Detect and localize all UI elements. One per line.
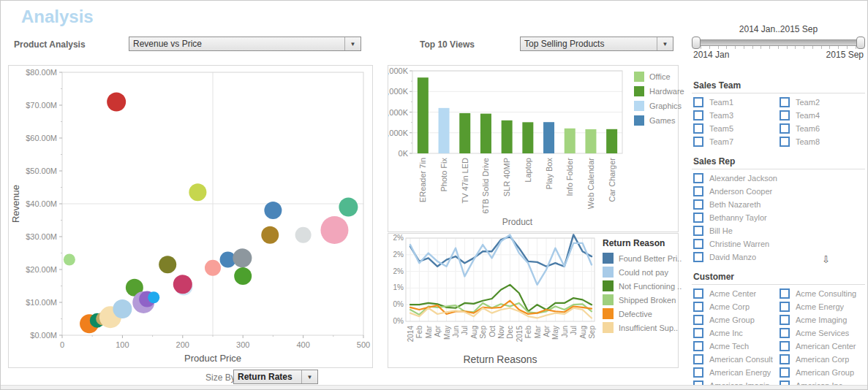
- checkbox-unchecked-icon[interactable]: [693, 123, 703, 134]
- filter-checkbox-item[interactable]: David Manzo: [693, 251, 865, 264]
- legend-item[interactable]: Defective: [603, 308, 682, 319]
- checkbox-unchecked-icon[interactable]: [780, 137, 790, 147]
- filter-checkbox-item[interactable]: Acme Energy: [780, 300, 865, 313]
- filter-checkbox-item[interactable]: American Consult: [693, 353, 780, 366]
- legend-item[interactable]: Hardware: [634, 86, 684, 96]
- svg-text:Mar: Mar: [534, 325, 542, 338]
- legend-item[interactable]: Games: [634, 115, 684, 126]
- checkbox-unchecked-icon[interactable]: [693, 226, 703, 236]
- checkbox-unchecked-icon[interactable]: [693, 186, 703, 196]
- checkbox-unchecked-icon[interactable]: [780, 367, 790, 378]
- legend-item[interactable]: Could not pay: [603, 267, 682, 278]
- checkbox-unchecked-icon[interactable]: [693, 110, 703, 121]
- svg-text:20,000K: 20,000K: [388, 129, 409, 137]
- checkbox-label: Acme Center: [709, 289, 756, 298]
- legend-item[interactable]: Graphics: [634, 101, 684, 111]
- filter-checkbox-item[interactable]: Alexander Jackson: [693, 172, 865, 185]
- legend-swatch: [634, 72, 644, 82]
- checkbox-unchecked-icon[interactable]: [693, 199, 703, 210]
- legend-label: Graphics: [649, 102, 682, 110]
- checkbox-unchecked-icon[interactable]: [780, 328, 790, 338]
- checkbox-unchecked-icon[interactable]: [780, 302, 790, 312]
- checkbox-label: Acme Imaging: [796, 316, 847, 324]
- checkbox-unchecked-icon[interactable]: [693, 315, 703, 325]
- filter-checkbox-item[interactable]: Team2: [780, 96, 865, 109]
- checkbox-unchecked-icon[interactable]: [780, 110, 790, 121]
- chevron-down-icon[interactable]: ▼: [301, 370, 317, 383]
- revenue-vs-price-scatter-chart[interactable]: $0.00M$10.00M$20.00M$30.00M$40.00M$50.00…: [9, 66, 371, 366]
- checkbox-label: American Corp: [796, 355, 849, 364]
- filter-checkbox-item[interactable]: Team4: [780, 109, 865, 122]
- top-selling-products-bar-chart[interactable]: 0K20,000K40,000K60,000K80,000KEReader 7i…: [388, 66, 630, 230]
- legend-item[interactable]: Office: [634, 72, 684, 82]
- filter-checkbox-item[interactable]: Acme Tech: [693, 340, 780, 353]
- slider-track-bar[interactable]: [693, 39, 864, 46]
- legend-item[interactable]: Not Functioning ..: [603, 280, 682, 291]
- filter-checkbox-item[interactable]: Acme Consulting: [780, 287, 865, 300]
- filter-checkbox-item[interactable]: Team6: [780, 122, 865, 135]
- filter-checkbox-item[interactable]: Christine Warren: [693, 237, 865, 251]
- filter-checkbox-item[interactable]: Acme Inc: [693, 326, 780, 340]
- filter-checkbox-item[interactable]: American Corp: [780, 353, 865, 366]
- checkbox-unchecked-icon[interactable]: [693, 252, 703, 262]
- filter-checkbox-item[interactable]: American Energy: [693, 366, 780, 379]
- checkbox-unchecked-icon[interactable]: [780, 315, 790, 325]
- checkbox-unchecked-icon[interactable]: [693, 173, 703, 183]
- filter-checkbox-item[interactable]: Team3: [693, 109, 780, 122]
- top-selling-products-bar-panel: 0K20,000K40,000K60,000K80,000KEReader 7i…: [388, 65, 679, 232]
- size-by-dropdown-value: Return Rates: [234, 372, 301, 382]
- scroll-down-arrow-icon[interactable]: ⇩: [822, 255, 830, 264]
- filter-checkbox-item[interactable]: Bill He: [693, 224, 865, 237]
- checkbox-unchecked-icon[interactable]: [780, 123, 790, 134]
- filter-checkbox-item[interactable]: Acme Center: [693, 287, 780, 300]
- checkbox-unchecked-icon[interactable]: [693, 239, 703, 249]
- checkbox-unchecked-icon[interactable]: [693, 302, 703, 312]
- time-range-slider[interactable]: 2014 Jan..2015 Sep 2014 Jan 2015 Sep: [692, 24, 865, 60]
- return-reasons-line-chart[interactable]: 0%0%1%2%2%2%2014FebMarAprMayJunJulAugSep…: [388, 234, 600, 367]
- filter-checkbox-item[interactable]: American Group: [780, 366, 865, 379]
- filter-checkbox-item[interactable]: Acme Services: [780, 326, 865, 340]
- filter-checkbox-item[interactable]: Anderson Cooper: [693, 185, 865, 198]
- checkbox-unchecked-icon[interactable]: [780, 341, 790, 351]
- checkbox-unchecked-icon[interactable]: [693, 97, 703, 107]
- filter-checkbox-item[interactable]: Bethanny Taylor: [693, 211, 865, 224]
- slider-handle-end[interactable]: [856, 37, 865, 49]
- checkbox-unchecked-icon[interactable]: [693, 354, 703, 364]
- legend-item[interactable]: Found Better Pri..: [603, 253, 682, 264]
- slider-handle-start[interactable]: [692, 37, 701, 49]
- filter-checkbox-item[interactable]: Beth Nazareth: [693, 198, 865, 211]
- slider-track[interactable]: [692, 37, 865, 49]
- legend-item[interactable]: Insufficient Sup..: [603, 322, 682, 333]
- checkbox-unchecked-icon[interactable]: [693, 341, 703, 351]
- checkbox-unchecked-icon[interactable]: [693, 213, 703, 223]
- filter-checkbox-item[interactable]: Acme Corp: [693, 300, 780, 313]
- svg-text:Play Box: Play Box: [545, 158, 554, 190]
- svg-text:TV 47in LED: TV 47in LED: [461, 158, 469, 203]
- checkbox-label: Anderson Cooper: [709, 187, 772, 196]
- chevron-down-icon[interactable]: ▼: [344, 37, 361, 50]
- checkbox-unchecked-icon[interactable]: [780, 288, 790, 299]
- legend-swatch: [603, 308, 614, 319]
- filter-checkbox-item[interactable]: Acme Imaging: [780, 313, 865, 326]
- checkbox-unchecked-icon[interactable]: [693, 137, 703, 147]
- checkbox-unchecked-icon[interactable]: [780, 354, 790, 364]
- filter-checkbox-item[interactable]: Acme Group: [693, 313, 780, 326]
- legend-item[interactable]: Shipped Broken: [603, 294, 682, 305]
- chevron-down-icon[interactable]: ▼: [657, 37, 673, 50]
- checkbox-unchecked-icon[interactable]: [693, 367, 703, 378]
- checkbox-unchecked-icon[interactable]: [693, 328, 703, 338]
- filter-checkbox-item[interactable]: Team7: [693, 135, 780, 148]
- svg-text:Dec: Dec: [506, 326, 514, 339]
- checkbox-unchecked-icon[interactable]: [693, 288, 703, 299]
- top-10-views-dropdown[interactable]: Top Selling Products ▼: [520, 37, 673, 51]
- filter-checkbox-item[interactable]: Team1: [693, 96, 780, 109]
- checkbox-unchecked-icon[interactable]: [780, 97, 790, 107]
- filter-checkbox-item[interactable]: American Center: [780, 340, 865, 353]
- size-by-dropdown[interactable]: Return Rates ▼: [233, 370, 318, 384]
- product-analysis-dropdown[interactable]: Revenue vs Price ▼: [129, 37, 361, 51]
- sales-team-header: Sales Team: [692, 79, 865, 93]
- svg-text:Nov: Nov: [497, 326, 505, 339]
- filter-checkbox-item[interactable]: Team5: [693, 122, 780, 135]
- top-10-views-dropdown-value: Top Selling Products: [521, 39, 657, 49]
- filter-checkbox-item[interactable]: Team8: [780, 135, 865, 148]
